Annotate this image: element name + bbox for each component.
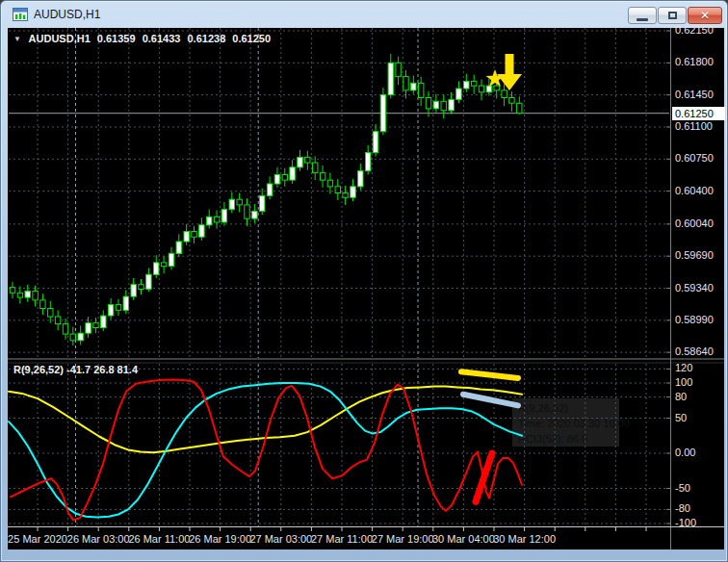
candlestick [48,301,53,323]
candlestick [351,179,355,201]
candlestick [131,278,136,300]
candlestick [252,204,257,223]
candlestick [449,92,454,115]
candlestick [116,299,120,316]
chart-canvas[interactable] [1,1,728,562]
candlestick [78,326,83,345]
candlestick [17,287,22,304]
candlestick [25,285,30,302]
chart-window: R(9,26,52) Time: 2020.03.30 10:00 RCI3(5… [0,0,728,562]
candlestick [40,294,45,315]
candlestick [298,150,302,171]
candlestick [441,95,446,119]
candlestick [169,247,173,270]
candlestick [93,318,98,333]
candlestick [358,164,363,191]
candlestick [320,166,325,188]
candlestick [146,268,151,293]
candlestick [282,168,287,187]
candlestick [433,94,438,113]
candlestick [464,74,469,92]
candlestick [55,310,60,330]
candlestick [63,319,67,340]
oscillator-line-slow [9,387,522,453]
candlestick [267,176,272,199]
candlestick [10,282,14,298]
candlestick [260,189,265,216]
candlestick [86,317,91,338]
candlestick [199,217,204,241]
candlestick [237,193,242,213]
candlestick [509,91,514,112]
candlestick [154,255,159,278]
candlestick [161,256,166,273]
candlestick [502,84,507,106]
candlestick [108,298,113,319]
candlestick [419,77,424,107]
yellow-trendline[interactable] [461,371,518,378]
candlestick [343,186,348,205]
candlestick [313,156,318,180]
candlestick [486,79,491,96]
candlestick [388,54,393,99]
sell-arrow-annotation[interactable] [497,54,522,90]
candlestick [192,226,196,243]
candlestick [380,88,385,136]
blue-trendline[interactable] [463,395,518,406]
candlestick [517,96,522,115]
candlestick [229,192,234,214]
candlestick [274,167,279,188]
candlestick [101,310,106,331]
candlestick [139,279,143,294]
candlestick [335,179,340,200]
candlestick [245,198,249,226]
candlestick [305,151,310,170]
candlestick [411,76,416,94]
oscillator-line-fast [11,379,522,520]
candlestick [403,70,408,99]
candlestick [373,124,377,156]
candlestick [221,202,226,226]
candlestick [176,234,181,257]
candlestick [456,81,461,103]
oscillator-line-mid [9,383,522,517]
candlestick [290,160,295,184]
candlestick [366,145,371,175]
candlestick [479,80,483,101]
candlestick [184,224,189,245]
candlestick [396,57,401,85]
candlestick [207,210,212,229]
candlestick [214,211,219,229]
candlestick [70,327,75,346]
candlestick [472,75,477,94]
candlestick [123,290,128,314]
